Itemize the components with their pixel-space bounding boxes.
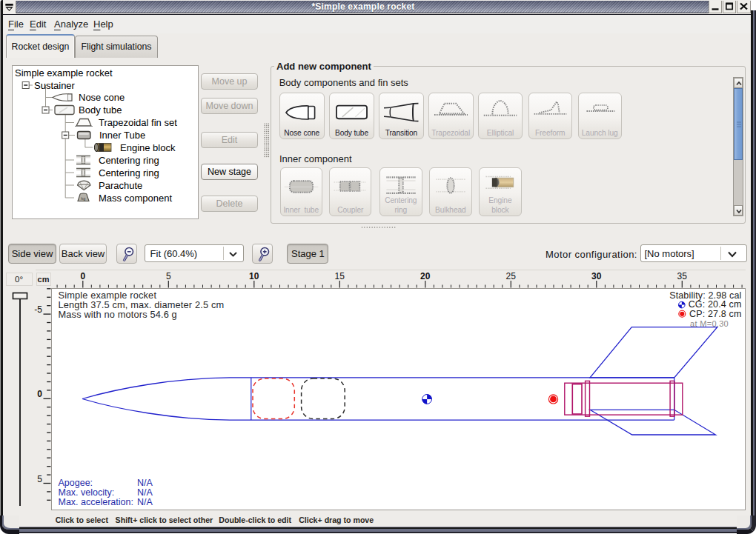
svg-text:30: 30 <box>591 271 602 281</box>
svg-text:15: 15 <box>335 271 345 281</box>
svg-text:0: 0 <box>37 389 42 399</box>
svg-text:5: 5 <box>166 271 171 281</box>
svg-text:5: 5 <box>37 474 42 484</box>
svg-text:25: 25 <box>506 271 517 281</box>
svg-text:35: 35 <box>677 271 688 281</box>
svg-text:0: 0 <box>80 271 85 281</box>
svg-text:20: 20 <box>420 271 431 281</box>
svg-text:-5: -5 <box>34 304 42 315</box>
svg-text:10: 10 <box>249 271 259 281</box>
